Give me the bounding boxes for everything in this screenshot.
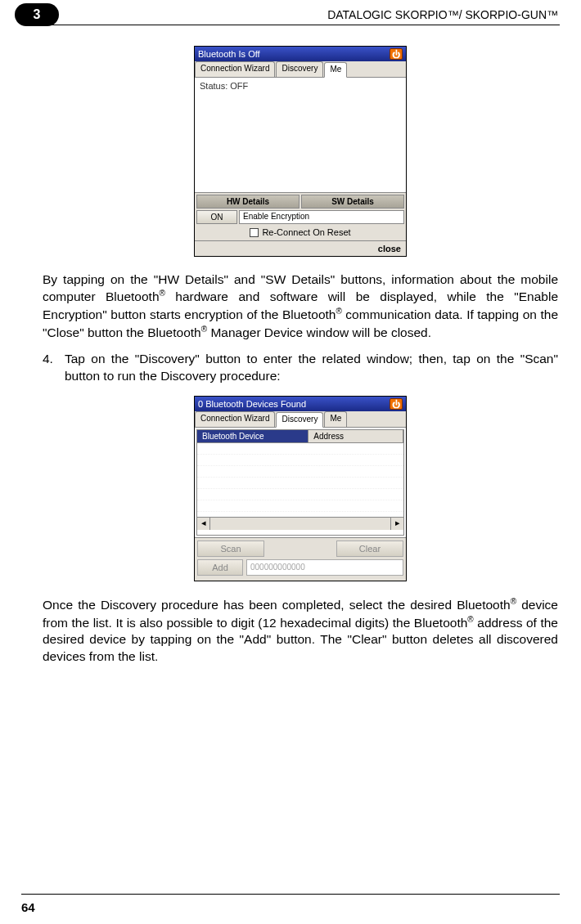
status-text: Status: OFF xyxy=(200,81,248,91)
tab-connection-wizard[interactable]: Connection Wizard xyxy=(195,61,275,77)
footer-rule xyxy=(21,894,560,895)
page-number: 64 xyxy=(21,900,35,914)
hw-details-button[interactable]: HW Details xyxy=(196,195,300,209)
step-4: 4. Tap on the "Discovery" button to ente… xyxy=(43,351,558,384)
close-button[interactable]: close xyxy=(195,240,406,256)
paragraph-discovery-complete: Once the Discovery procedure has been co… xyxy=(43,596,558,665)
paragraph-hw-sw-details: By tapping on the "HW Details" and "SW D… xyxy=(43,271,558,341)
header-product-title: DATALOGIC SKORPIO™/ SKORPIO-GUN™ xyxy=(327,8,558,21)
enable-encryption-button[interactable]: Enable Encryption xyxy=(239,210,404,224)
tab-discovery[interactable]: Discovery xyxy=(276,61,323,77)
scan-button[interactable]: Scan xyxy=(197,540,264,557)
horizontal-scrollbar[interactable]: ◂ ▸ xyxy=(197,517,403,530)
tab-connection-wizard[interactable]: Connection Wizard xyxy=(195,411,275,427)
power-icon[interactable]: ⏻ xyxy=(390,48,403,60)
device-list-body[interactable] xyxy=(197,443,403,517)
tab-me[interactable]: Me xyxy=(324,411,347,427)
add-button[interactable]: Add xyxy=(197,559,243,576)
device-list: Bluetooth Device Address ◂ ▸ xyxy=(196,429,404,536)
on-button[interactable]: ON xyxy=(196,210,237,224)
chapter-badge: 3 xyxy=(15,3,59,26)
power-icon[interactable]: ⏻ xyxy=(390,398,403,410)
col-device[interactable]: Bluetooth Device xyxy=(197,430,309,442)
sw-details-button[interactable]: SW Details xyxy=(301,195,404,209)
tab-bar: Connection Wizard Discovery Me xyxy=(195,411,406,428)
tab-discovery[interactable]: Discovery xyxy=(276,412,323,428)
reconnect-checkbox[interactable] xyxy=(250,228,259,237)
window-title: Bluetooth Is Off xyxy=(198,49,260,59)
window-titlebar: Bluetooth Is Off ⏻ xyxy=(195,47,406,61)
scroll-right-icon[interactable]: ▸ xyxy=(390,518,403,530)
reconnect-label: Re-Connect On Reset xyxy=(262,227,350,237)
tab-me[interactable]: Me xyxy=(324,62,347,78)
header-rule xyxy=(49,25,560,25)
status-panel: Status: OFF xyxy=(195,78,406,192)
scroll-left-icon[interactable]: ◂ xyxy=(197,518,210,530)
address-input[interactable]: 000000000000 xyxy=(246,559,403,576)
screenshot-bluetooth-off: Bluetooth Is Off ⏻ Connection Wizard Dis… xyxy=(194,46,407,257)
window-title: 0 Bluetooth Devices Found xyxy=(198,399,306,409)
step-number: 4. xyxy=(43,351,53,384)
step-4-text: Tap on the "Discovery" button to enter t… xyxy=(65,351,558,384)
window-titlebar: 0 Bluetooth Devices Found ⏻ xyxy=(195,397,406,411)
screenshot-discovery: 0 Bluetooth Devices Found ⏻ Connection W… xyxy=(194,396,407,581)
col-address[interactable]: Address xyxy=(309,430,403,442)
tab-bar: Connection Wizard Discovery Me xyxy=(195,61,406,78)
clear-button[interactable]: Clear xyxy=(336,540,403,557)
